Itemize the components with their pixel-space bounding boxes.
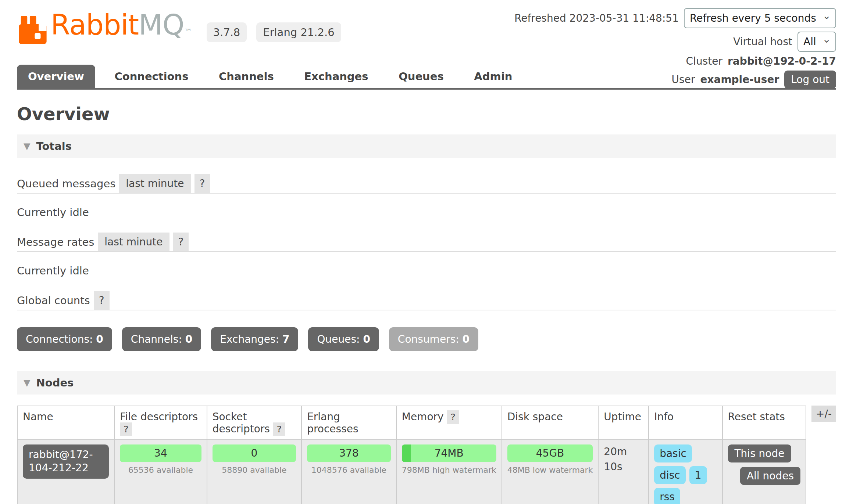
brand-text: RabbitMQ™	[51, 11, 192, 46]
header: RabbitMQ™ 3.7.8 Erlang 21.2.6 Refreshed …	[17, 8, 836, 63]
reset-this-node-button[interactable]: This node	[728, 444, 791, 462]
version-badges: 3.7.8 Erlang 21.2.6	[207, 22, 341, 42]
exchanges-count-badge[interactable]: Exchanges: 7	[211, 327, 298, 351]
global-count-badges: Connections: 0 Channels: 0 Exchanges: 7 …	[17, 327, 836, 351]
nodes-table-wrap: Name File descriptors ? Socket descripto…	[17, 406, 836, 504]
tab-exchanges[interactable]: Exchanges	[293, 65, 379, 88]
socket-descriptors-cell: 0 58890 available	[207, 440, 301, 504]
user-name: example-user	[700, 73, 779, 86]
uptime-cell: 20m 10s	[598, 440, 649, 504]
brand-rabbit: Rabbit	[51, 8, 139, 41]
refresh-interval-select[interactable]: Refresh every 5 seconds	[684, 8, 836, 28]
node-row: rabbit@172-104-212-22 34 65536 available…	[17, 440, 806, 504]
col-header-uptime: Uptime	[598, 406, 649, 440]
refresh-interval-select-wrap: Refresh every 5 seconds	[684, 8, 836, 28]
col-header-reset-stats: Reset stats	[722, 406, 806, 440]
nodes-section-title: Nodes	[36, 377, 74, 389]
info-badge-1[interactable]: 1	[689, 466, 707, 484]
queued-messages-status: Currently idle	[17, 206, 836, 219]
info-badge-disc[interactable]: disc	[654, 466, 686, 484]
cluster-row: Cluster rabbit@192-0-2-17	[686, 55, 836, 67]
global-counts-row: Global counts ?	[17, 291, 836, 310]
socket-descriptors-available: 58890 available	[213, 465, 296, 475]
message-rates-status: Currently idle	[17, 264, 836, 277]
global-counts-help-icon[interactable]: ?	[94, 291, 110, 310]
message-rates-range-tab[interactable]: last minute	[98, 233, 169, 251]
virtual-host-select-wrap: All	[797, 32, 836, 52]
collapse-triangle-icon: ▼	[24, 378, 30, 388]
socket-descriptors-bar: 0	[213, 444, 296, 462]
uptime-value: 20m 10s	[604, 444, 629, 474]
memory-help-icon[interactable]: ?	[447, 410, 459, 424]
node-name-badge[interactable]: rabbit@172-104-212-22	[23, 444, 109, 479]
file-descriptors-bar: 34	[120, 444, 201, 462]
queued-messages-range-tab[interactable]: last minute	[119, 174, 190, 193]
memory-watermark: 798MB high watermark	[402, 465, 496, 475]
virtual-host-label: Virtual host	[733, 36, 792, 48]
erlang-version-badge: Erlang 21.2.6	[256, 22, 341, 42]
virtual-host-select[interactable]: All	[797, 32, 836, 52]
disk-space-watermark: 48MB low watermark	[507, 465, 593, 475]
info-badge-rss[interactable]: rss	[654, 488, 680, 504]
tab-overview[interactable]: Overview	[17, 65, 95, 88]
file-descriptors-available: 65536 available	[120, 465, 201, 475]
reset-stats-cell: This node All nodes	[722, 440, 806, 504]
user-row: User example-user Log out	[672, 71, 836, 89]
col-header-file-descriptors: File descriptors ?	[114, 406, 207, 440]
refreshed-timestamp: Refreshed 2023-05-31 11:48:51	[514, 12, 679, 24]
nodes-header-row: Name File descriptors ? Socket descripto…	[17, 406, 806, 440]
disk-space-bar: 45GB	[507, 444, 593, 462]
totals-section-title: Totals	[36, 140, 72, 152]
memory-bar: 74MB	[402, 444, 496, 462]
collapse-triangle-icon: ▼	[24, 141, 30, 151]
page: RabbitMQ™ 3.7.8 Erlang 21.2.6 Refreshed …	[0, 0, 853, 504]
user-label: User	[672, 73, 695, 86]
message-rates-row: Message rates last minute ?	[17, 233, 836, 252]
consumers-count-badge[interactable]: Consumers: 0	[389, 327, 478, 351]
rabbit-icon	[17, 14, 49, 46]
totals-section-header[interactable]: ▼ Totals	[17, 134, 836, 158]
global-counts-label: Global counts	[17, 294, 90, 310]
col-header-socket-descriptors: Socket descriptors ?	[207, 406, 301, 440]
col-header-info: Info	[649, 406, 722, 440]
message-rates-label: Message rates	[17, 236, 94, 251]
col-header-disk-space: Disk space	[502, 406, 599, 440]
erlang-processes-cell: 378 1048576 available	[301, 440, 396, 504]
memory-cell: 74MB 798MB high watermark	[396, 440, 502, 504]
erlang-processes-bar: 378	[307, 444, 391, 462]
file-descriptors-cell: 34 65536 available	[114, 440, 207, 504]
cluster-label: Cluster	[686, 55, 722, 67]
virtual-host-row: Virtual host All	[733, 32, 836, 52]
node-name-cell: rabbit@172-104-212-22	[17, 440, 114, 504]
tab-channels[interactable]: Channels	[208, 65, 285, 88]
col-header-memory: Memory ?	[396, 406, 502, 440]
rabbitmq-logo[interactable]: RabbitMQ™	[17, 11, 192, 46]
channels-count-badge[interactable]: Channels: 0	[122, 327, 201, 351]
version-badge: 3.7.8	[207, 22, 247, 42]
queued-messages-row: Queued messages last minute ?	[17, 174, 836, 194]
column-toggle-button[interactable]: +/-	[811, 406, 836, 422]
file-descriptors-help-icon[interactable]: ?	[120, 422, 132, 436]
brand-mq: MQ	[139, 8, 184, 41]
erlang-processes-available: 1048576 available	[307, 465, 391, 475]
reset-all-nodes-button[interactable]: All nodes	[740, 467, 800, 485]
queued-messages-label: Queued messages	[17, 177, 115, 193]
col-header-erlang-processes: Erlang processes	[301, 406, 396, 440]
tab-queues[interactable]: Queues	[388, 65, 455, 88]
logout-button[interactable]: Log out	[784, 71, 836, 89]
nodes-table: Name File descriptors ? Socket descripto…	[17, 406, 806, 504]
col-header-name: Name	[17, 406, 114, 440]
disk-space-cell: 45GB 48MB low watermark	[502, 440, 599, 504]
queues-count-badge[interactable]: Queues: 0	[308, 327, 379, 351]
refresh-row: Refreshed 2023-05-31 11:48:51 Refresh ev…	[514, 8, 836, 28]
message-rates-help-icon[interactable]: ?	[173, 233, 189, 251]
info-badge-basic[interactable]: basic	[654, 444, 692, 462]
tab-connections[interactable]: Connections	[103, 65, 199, 88]
header-right: Refreshed 2023-05-31 11:48:51 Refresh ev…	[514, 8, 836, 89]
socket-descriptors-help-icon[interactable]: ?	[273, 422, 285, 436]
queued-messages-help-icon[interactable]: ?	[194, 174, 210, 193]
cluster-name: rabbit@192-0-2-17	[728, 55, 836, 67]
connections-count-badge[interactable]: Connections: 0	[17, 327, 112, 351]
nodes-section-header[interactable]: ▼ Nodes	[17, 371, 836, 395]
page-title: Overview	[17, 104, 836, 124]
